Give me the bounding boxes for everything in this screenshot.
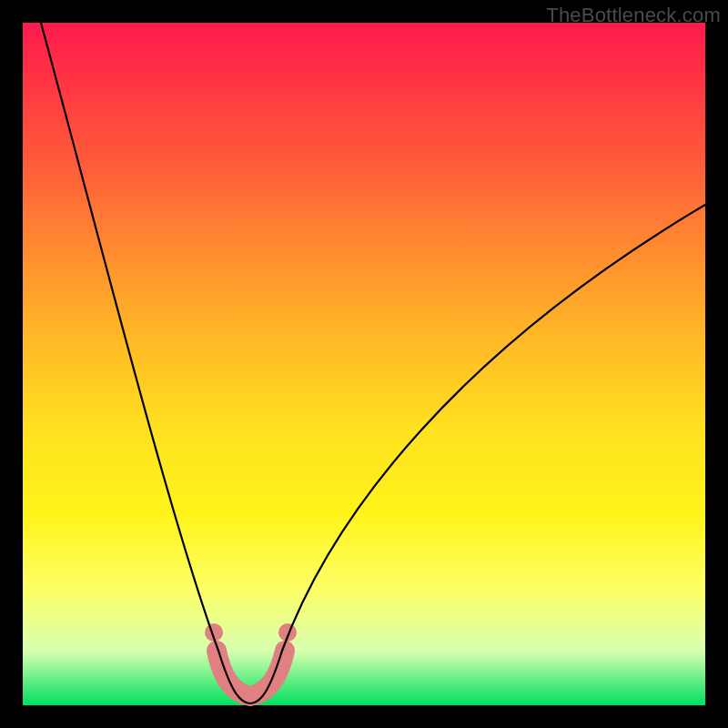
watermark-text: TheBottleneck.com [546, 4, 721, 27]
bottleneck-curve [41, 23, 705, 703]
chart-frame [23, 23, 705, 705]
chart-svg [23, 23, 705, 705]
